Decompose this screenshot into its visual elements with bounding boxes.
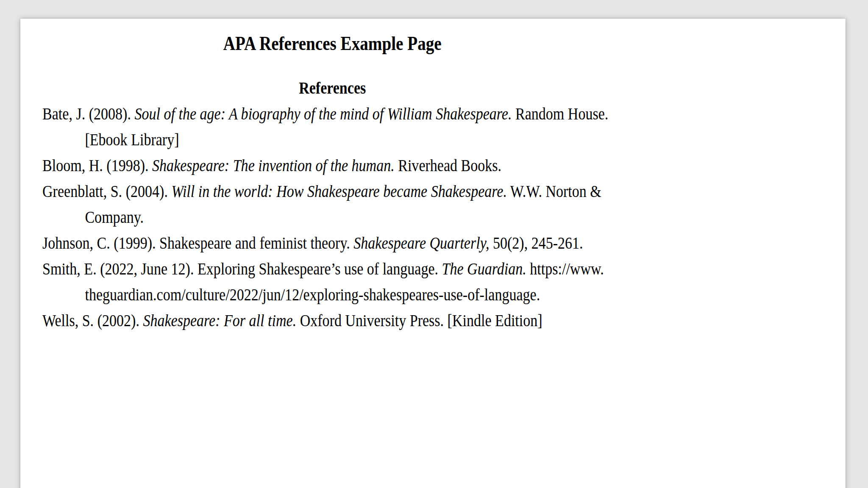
paper-sheet: APA References Example Page References B… <box>20 19 846 488</box>
document-content: APA References Example Page References B… <box>42 19 622 333</box>
reference-entry: Bloom, H. (1998). Shakespeare: The inven… <box>42 152 622 178</box>
reference-entry: Wells, S. (2002). Shakespeare: For all t… <box>42 308 622 333</box>
reference-segment: theguardian.com/culture/2022/jun/12/expl… <box>85 285 540 304</box>
reference-segment: Oxford University Press. [Kindle Edition… <box>296 311 542 330</box>
reference-entry: Johnson, C. (1999). Shakespeare and femi… <box>42 230 622 256</box>
reference-segment: 50(2), 245-261. <box>489 233 583 252</box>
page-title: APA References Example Page <box>42 30 622 56</box>
reference-segment-italic: Soul of the age: A biography of the mind… <box>134 104 512 123</box>
reference-entry: Greenblatt, S. (2004). Will in the world… <box>42 178 622 230</box>
reference-segment: Bloom, H. (1998). <box>42 156 152 175</box>
reference-entry: Bate, J. (2008). Soul of the age: A biog… <box>42 101 622 152</box>
reference-segment: Bate, J. (2008). <box>42 104 134 123</box>
reference-segment: Wells, S. (2002). <box>42 311 143 330</box>
references-heading: References <box>42 75 622 101</box>
reference-segment: Johnson, C. (1999). Shakespeare and femi… <box>42 233 353 252</box>
reference-segment: https://www. <box>526 259 604 278</box>
reference-segment: Greenblatt, S. (2004). <box>42 182 171 201</box>
desktop-background: { "colors": { "background": "#e5e6e8", "… <box>0 0 868 488</box>
reference-list: Bate, J. (2008). Soul of the age: A biog… <box>42 101 622 333</box>
reference-segment-italic: Shakespeare Quarterly, <box>353 233 489 252</box>
reference-segment-italic: The Guardian. <box>442 259 526 278</box>
reference-segment: Smith, E. (2022, June 12). Exploring Sha… <box>42 259 442 278</box>
reference-segment: Riverhead Books. <box>395 156 501 175</box>
reference-entry: Smith, E. (2022, June 12). Exploring Sha… <box>42 256 622 308</box>
reference-segment-italic: Shakespeare: The invention of the human. <box>152 156 395 175</box>
reference-segment-italic: Will in the world: How Shakespeare becam… <box>171 182 507 201</box>
reference-segment-italic: Shakespeare: For all time. <box>143 311 296 330</box>
